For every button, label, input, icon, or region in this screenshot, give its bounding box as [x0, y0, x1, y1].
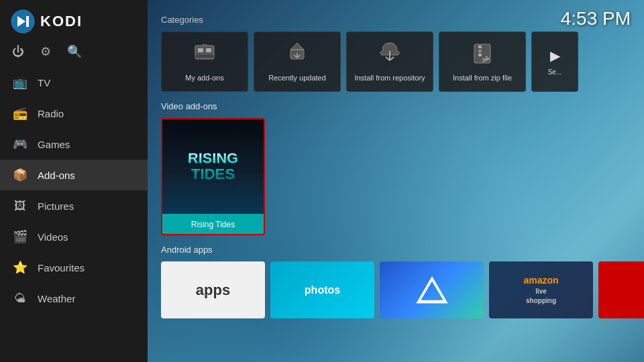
- app-title: KODI: [40, 13, 83, 30]
- install-from-zip-icon: [470, 40, 494, 69]
- sidebar-item-radio[interactable]: 📻 Radio: [0, 98, 148, 129]
- svg-marker-9: [290, 43, 304, 50]
- sidebar-item-label: Videos: [38, 231, 68, 243]
- sidebar-item-pictures[interactable]: 🖼 Pictures: [0, 190, 148, 221]
- radio-icon: 📻: [12, 105, 28, 121]
- addon-rising-tides[interactable]: RISING TIDES Rising Tides: [161, 118, 265, 235]
- recently-updated-label: Recently updated: [268, 73, 326, 82]
- time-display: 4:53 PM: [561, 8, 631, 29]
- amazon-label: amazon live shopping: [523, 274, 558, 306]
- power-button[interactable]: ⏻: [12, 45, 24, 59]
- sidebar-item-label: TV: [38, 77, 50, 88]
- recently-updated-icon: [285, 40, 309, 69]
- sidebar-item-weather[interactable]: 🌤 Weather: [0, 283, 148, 314]
- sidebar-item-tv[interactable]: 📺 TV: [0, 67, 148, 98]
- sidebar-item-favourites[interactable]: ⭐ Favourites: [0, 252, 148, 283]
- my-addons-icon: [193, 40, 217, 69]
- app-red[interactable]: [598, 261, 644, 318]
- addon-footer: Rising Tides: [162, 214, 264, 234]
- sidebar-item-label: Games: [38, 139, 70, 150]
- main-content: Categories My add-ons: [148, 0, 644, 318]
- svg-marker-25: [418, 278, 446, 302]
- photos-label: photos: [305, 284, 340, 296]
- sidebar-item-label: Add-ons: [38, 170, 75, 181]
- install-from-repo-label: Install from repository: [354, 73, 425, 82]
- sidebar-item-label: Favourites: [38, 262, 85, 274]
- svg-rect-6: [195, 55, 214, 58]
- android-apps-label: Android apps: [161, 245, 631, 255]
- tv-icon: 📺: [12, 74, 28, 90]
- search-button[interactable]: 🔍: [67, 44, 82, 59]
- pictures-icon: 🖼: [12, 198, 28, 214]
- settings-button[interactable]: ⚙: [40, 44, 51, 59]
- sidebar-item-label: Pictures: [38, 200, 74, 212]
- my-addons-label: My add-ons: [185, 73, 223, 82]
- addon-card-inner: RISING TIDES Rising Tides: [162, 119, 264, 234]
- apps-label: apps: [196, 282, 230, 299]
- app-photos[interactable]: photos: [270, 261, 374, 318]
- nav-menu: 📺 TV 📻 Radio 🎮 Games 📦 Add-ons 🖼 Picture…: [0, 67, 148, 362]
- sidebar-item-addons[interactable]: 📦 Add-ons: [0, 160, 148, 190]
- games-icon: 🎮: [12, 136, 28, 152]
- sidebar-item-videos[interactable]: 🎬 Videos: [0, 221, 148, 252]
- kodi-logo-icon: [11, 9, 35, 34]
- sidebar-item-label: Weather: [38, 293, 75, 304]
- partial-label: Se...: [548, 68, 562, 76]
- sidebar-item-label: Radio: [38, 108, 64, 119]
- favourites-icon: ⭐: [12, 259, 28, 276]
- categories-row: My add-ons Recently updated: [161, 32, 631, 92]
- svg-rect-17: [474, 44, 490, 63]
- install-from-repo-icon: [378, 40, 402, 69]
- video-addons-row: RISING TIDES Rising Tides: [161, 118, 631, 235]
- category-recently-updated[interactable]: Recently updated: [254, 32, 341, 92]
- svg-rect-7: [202, 44, 207, 46]
- addons-icon: 📦: [12, 167, 28, 183]
- app-drive[interactable]: [380, 261, 484, 318]
- sidebar: KODI ⏻ ⚙ 🔍 📺 TV 📻 Radio 🎮 Games 📦 Add-on…: [0, 0, 148, 362]
- main-area: 4:53 PM Categories My add-ons: [148, 0, 644, 362]
- svg-rect-20: [478, 50, 482, 52]
- app-apps[interactable]: apps: [161, 261, 265, 318]
- addon-name: Rising Tides: [191, 220, 235, 229]
- addon-art-text: RISING TIDES: [162, 151, 264, 183]
- svg-rect-4: [198, 48, 203, 52]
- svg-rect-5: [206, 48, 211, 52]
- sidebar-item-games[interactable]: 🎮 Games: [0, 129, 148, 160]
- install-from-zip-label: Install from zip file: [453, 73, 512, 82]
- app-amazon[interactable]: amazon live shopping: [489, 261, 593, 318]
- video-addons-label: Video add-ons: [161, 101, 631, 111]
- addon-art: RISING TIDES: [162, 119, 264, 214]
- android-apps-row: apps photos amazon live shopping: [161, 261, 631, 318]
- category-install-from-zip[interactable]: Install from zip file: [439, 32, 526, 92]
- weather-icon: 🌤: [12, 290, 28, 306]
- partial-icon: ▶: [550, 48, 560, 64]
- top-icon-bar: ⏻ ⚙ 🔍: [0, 40, 148, 67]
- svg-rect-19: [478, 46, 482, 48]
- svg-rect-2: [26, 16, 29, 27]
- videos-icon: 🎬: [12, 229, 28, 245]
- logo-area: KODI: [0, 0, 148, 40]
- category-my-addons[interactable]: My add-ons: [161, 32, 248, 92]
- category-partial[interactable]: ▶ Se...: [531, 32, 578, 92]
- category-install-from-repo[interactable]: Install from repository: [346, 32, 433, 92]
- svg-rect-21: [478, 54, 482, 56]
